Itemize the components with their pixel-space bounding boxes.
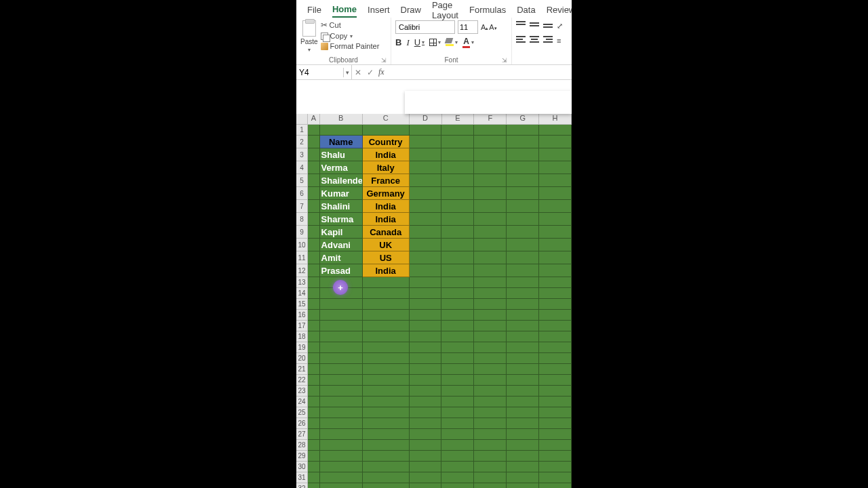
cell-C16[interactable] xyxy=(363,310,410,321)
cell-B30[interactable] xyxy=(320,462,363,472)
cell-H18[interactable] xyxy=(539,331,572,342)
cell-A5[interactable] xyxy=(308,174,319,187)
cell-D17[interactable] xyxy=(410,321,442,331)
align-right-button[interactable] xyxy=(543,35,553,43)
underline-button[interactable]: U▾ xyxy=(414,37,425,47)
cell-H14[interactable] xyxy=(539,288,572,299)
row-header[interactable]: 16 xyxy=(296,310,308,321)
font-color-button[interactable]: A▾ xyxy=(462,37,474,48)
row-header[interactable]: 15 xyxy=(296,299,308,310)
cell-G18[interactable] xyxy=(507,331,539,342)
cell-B9[interactable]: Kapil xyxy=(320,226,363,239)
cell-H25[interactable] xyxy=(539,407,572,418)
cell-G25[interactable] xyxy=(507,407,539,418)
cell-C14[interactable] xyxy=(363,288,410,299)
align-left-button[interactable] xyxy=(516,35,526,43)
cell-H24[interactable] xyxy=(539,396,572,407)
cell-G8[interactable] xyxy=(507,213,539,226)
cell-C12[interactable]: India xyxy=(363,264,410,277)
cell-D14[interactable] xyxy=(410,288,442,299)
row-header[interactable]: 3 xyxy=(296,148,308,161)
cell-F1[interactable] xyxy=(474,125,507,136)
cell-A16[interactable] xyxy=(308,310,319,321)
cell-D9[interactable] xyxy=(410,226,442,239)
cell-B4[interactable]: Verma xyxy=(320,161,363,174)
cell-F16[interactable] xyxy=(474,310,507,321)
cell-A30[interactable] xyxy=(308,462,319,472)
indent-button[interactable]: ≡ xyxy=(557,35,561,46)
cell-E12[interactable] xyxy=(441,264,474,277)
cell-D20[interactable] xyxy=(410,353,442,364)
cell-B11[interactable]: Amit xyxy=(320,251,363,264)
cell-A31[interactable] xyxy=(308,472,319,483)
cell-E14[interactable] xyxy=(441,288,474,299)
cell-B1[interactable] xyxy=(320,125,363,136)
cell-H4[interactable] xyxy=(539,161,572,174)
cell-D6[interactable] xyxy=(410,187,442,200)
font-name-select[interactable] xyxy=(395,20,455,34)
col-header-h[interactable]: H xyxy=(539,114,572,124)
cell-H16[interactable] xyxy=(539,310,572,321)
cell-H9[interactable] xyxy=(539,226,572,239)
cell-C7[interactable]: India xyxy=(363,200,410,213)
cell-H32[interactable] xyxy=(539,483,572,488)
cell-F12[interactable] xyxy=(474,264,507,277)
cell-D27[interactable] xyxy=(410,429,442,440)
cell-D4[interactable] xyxy=(410,161,442,174)
cell-F9[interactable] xyxy=(474,226,507,239)
cell-F25[interactable] xyxy=(474,407,507,418)
cell-A11[interactable] xyxy=(308,251,319,264)
cell-C32[interactable] xyxy=(363,483,410,488)
cell-D15[interactable] xyxy=(410,299,442,310)
cell-A27[interactable] xyxy=(308,429,319,440)
cell-D1[interactable] xyxy=(410,125,442,136)
col-header-g[interactable]: G xyxy=(507,114,539,124)
cell-A19[interactable] xyxy=(308,342,319,353)
cell-F20[interactable] xyxy=(474,353,507,364)
cell-C6[interactable]: Germany xyxy=(363,187,410,200)
cell-H10[interactable] xyxy=(539,239,572,251)
cell-B25[interactable] xyxy=(320,407,363,418)
cell-F2[interactable] xyxy=(474,136,507,148)
cell-A7[interactable] xyxy=(308,200,319,213)
cell-A1[interactable] xyxy=(308,125,319,136)
cell-E31[interactable] xyxy=(441,472,474,483)
row-header[interactable]: 31 xyxy=(296,472,308,483)
enter-formula-button[interactable]: ✓ xyxy=(364,68,376,77)
tab-data[interactable]: Data xyxy=(517,5,535,17)
formula-input[interactable] xyxy=(387,68,572,77)
cell-E13[interactable] xyxy=(441,277,474,288)
cell-B27[interactable] xyxy=(320,429,363,440)
row-header[interactable]: 9 xyxy=(296,226,308,239)
name-box-dropdown[interactable]: ▾ xyxy=(344,65,352,79)
cell-C10[interactable]: UK xyxy=(363,239,410,251)
row-header[interactable]: 26 xyxy=(296,418,308,429)
cell-A32[interactable] xyxy=(308,483,319,488)
row-header[interactable]: 24 xyxy=(296,396,308,407)
cell-A26[interactable] xyxy=(308,418,319,429)
cell-G22[interactable] xyxy=(507,375,539,386)
cell-G12[interactable] xyxy=(507,264,539,277)
cell-G32[interactable] xyxy=(507,483,539,488)
col-header-c[interactable]: C xyxy=(363,114,410,124)
cell-G27[interactable] xyxy=(507,429,539,440)
cell-H20[interactable] xyxy=(539,353,572,364)
cell-G13[interactable] xyxy=(507,277,539,288)
cell-G21[interactable] xyxy=(507,364,539,375)
row-header[interactable]: 11 xyxy=(296,251,308,264)
cell-B23[interactable] xyxy=(320,386,363,396)
cell-C20[interactable] xyxy=(363,353,410,364)
cell-G26[interactable] xyxy=(507,418,539,429)
cell-H23[interactable] xyxy=(539,386,572,396)
row-header[interactable]: 10 xyxy=(296,239,308,251)
cell-E7[interactable] xyxy=(441,200,474,213)
cell-A28[interactable] xyxy=(308,440,319,451)
cell-H30[interactable] xyxy=(539,462,572,472)
dialog-launcher-icon[interactable]: ⇲ xyxy=(381,57,387,64)
fill-color-button[interactable]: ▾ xyxy=(446,39,458,46)
cell-E27[interactable] xyxy=(441,429,474,440)
cell-G4[interactable] xyxy=(507,161,539,174)
cell-F27[interactable] xyxy=(474,429,507,440)
cell-A4[interactable] xyxy=(308,161,319,174)
col-header-e[interactable]: E xyxy=(442,114,475,124)
